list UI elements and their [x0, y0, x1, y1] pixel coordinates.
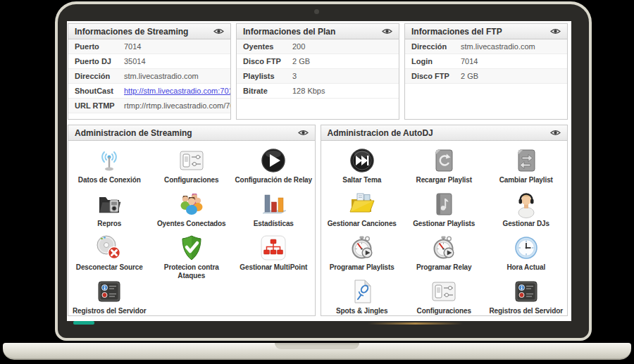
- grid-item-label: Configuraciones: [417, 307, 471, 315]
- panel-streaming-info: Informaciones de Streaming Puerto7014Pue…: [68, 23, 231, 120]
- jingle-icon: [348, 277, 376, 306]
- info-label: Dirección: [68, 69, 124, 83]
- info-panels-row: Informaciones de Streaming Puerto7014Pue…: [68, 23, 568, 120]
- info-row: Disco FTP2 GB: [237, 54, 399, 69]
- info-value: 7014: [461, 54, 478, 68]
- admin-streaming-grid: Datos de ConexiónConfiguracionesConfigur…: [68, 141, 315, 316]
- grid-item-label: Programar Relay: [416, 263, 472, 272]
- teal-accent-bar: [73, 321, 94, 325]
- desconectar-source-button[interactable]: Desconectar Source: [68, 231, 151, 275]
- configuraciones-streaming-button[interactable]: Configuraciones: [151, 144, 233, 187]
- admin-autodj-grid: Saltar TemaRecargar PlaylistCambiar Play…: [321, 141, 568, 316]
- info-label: URL RTMP: [68, 99, 124, 113]
- info-value: 128 Kbps: [292, 84, 325, 98]
- info-row: Direcciónstm.livecastradio.com: [405, 39, 567, 54]
- gestionar-djs-button[interactable]: Gestionar DJs: [485, 187, 568, 231]
- reload-playlist-icon: [430, 146, 458, 175]
- info-label: Puerto DJ: [68, 54, 124, 68]
- timer-icon: [430, 234, 458, 262]
- grid-item-label: Gestionar DJs: [502, 220, 549, 228]
- estadisticas-button[interactable]: Estadísticas: [232, 187, 315, 231]
- repros-button[interactable]: Repros: [68, 187, 151, 231]
- panel-title: Administracion de Streaming: [75, 128, 192, 138]
- saltar-tema-button[interactable]: Saltar Tema: [321, 144, 404, 187]
- info-row: Disco FTP2 GB: [405, 69, 567, 84]
- grid-item-label: Estadísticas: [254, 220, 294, 228]
- info-value: 2 GB: [461, 69, 478, 83]
- recargar-playlist-button[interactable]: Recargar Playlist: [403, 144, 485, 187]
- grid-item-label: Gestionar MultiPoint: [240, 263, 307, 272]
- disc-disconnect-icon: [95, 234, 123, 262]
- gestionar-playlists-button[interactable]: Gestionar Playlists: [403, 187, 485, 231]
- swap-playlist-icon: [512, 146, 540, 175]
- panel-title: Informaciones de Streaming: [75, 27, 188, 37]
- panel-plan-info: Informaciones del Plan Oyentes200Disco F…: [236, 23, 399, 120]
- streaming-info-table: Puerto7014Puerto DJ35014Direcciónstm.liv…: [68, 39, 230, 113]
- eye-icon[interactable]: [550, 130, 561, 136]
- server-log-icon: [95, 277, 123, 306]
- shoutcast-link[interactable]: http://stm.livecastradio.com:7014: [124, 84, 231, 98]
- eye-icon[interactable]: [382, 28, 392, 34]
- songs-folder-icon: [348, 190, 376, 218]
- panel-header: Informaciones del Plan: [237, 24, 399, 39]
- configuraciones-autodj-button[interactable]: Configuraciones: [403, 275, 485, 316]
- hora-actual-button[interactable]: Hora Actual: [485, 231, 568, 275]
- grid-item-label: Repros: [97, 220, 121, 228]
- grid-item-label: Registros del Servidor: [490, 307, 564, 315]
- timer-icon: [348, 234, 376, 262]
- eye-icon[interactable]: [298, 130, 309, 136]
- playlist-book-icon: [430, 190, 458, 218]
- info-row: Bitrate128 Kbps: [237, 84, 399, 99]
- base-notch: [275, 343, 359, 349]
- panel-title: Informaciones del Plan: [243, 27, 335, 37]
- programar-playlists-button[interactable]: Programar Playlists: [321, 231, 404, 275]
- gestionar-canciones-button[interactable]: Gestionar Canciones: [321, 187, 404, 231]
- info-value: 200: [292, 39, 305, 54]
- programar-relay-button[interactable]: Programar Relay: [403, 231, 485, 275]
- panel-header: Administracion de AutoDJ: [321, 125, 568, 141]
- listeners-icon: [178, 190, 206, 218]
- gestionar-multipoint-button[interactable]: Gestionar MultiPoint: [232, 231, 315, 275]
- datos-de-conexion-button[interactable]: Datos de Conexión: [68, 144, 151, 187]
- media-folder-icon: [95, 190, 123, 218]
- info-row: Oyentes200: [237, 39, 399, 54]
- info-value: 7014: [124, 39, 141, 54]
- proteccion-contra-ataques-button[interactable]: Protecion contra Ataques: [151, 231, 233, 275]
- info-row: ShoutCasthttp://stm.livecastradio.com:70…: [68, 84, 230, 99]
- webcam-dot: [314, 9, 319, 14]
- panel-header: Informaciones de Streaming: [68, 24, 230, 39]
- configuracion-de-relay-button[interactable]: Configuración de Relay: [232, 144, 315, 187]
- registros-del-servidor-autodj-button[interactable]: Registros del Servidor: [485, 275, 568, 316]
- grid-item-label: Saltar Tema: [342, 176, 381, 184]
- oyentes-conectados-button[interactable]: Oyentes Conectados: [151, 187, 233, 231]
- sliders-icon: [178, 146, 206, 175]
- network-icon: [259, 234, 287, 262]
- eye-icon[interactable]: [550, 28, 561, 34]
- registros-del-servidor-streaming-button[interactable]: Registros del Servidor: [68, 275, 151, 316]
- info-value: 3: [292, 69, 297, 83]
- grid-item-label: Registros del Servidor: [73, 307, 147, 315]
- cambiar-playlist-button[interactable]: Cambiar Playlist: [485, 144, 568, 187]
- bar-chart-icon: [259, 190, 287, 218]
- panel-title: Administracion de AutoDJ: [328, 128, 433, 138]
- spots-jingles-button[interactable]: Spots & Jingles: [321, 275, 404, 316]
- panel-admin-autodj: Administracion de AutoDJ Saltar TemaReca…: [321, 125, 568, 316]
- info-label: ShoutCast: [68, 84, 124, 98]
- page: Informaciones de Streaming Puerto7014Pue…: [0, 0, 634, 364]
- shield-icon: [178, 234, 206, 262]
- server-log-icon: [512, 277, 540, 306]
- info-label: Bitrate: [237, 84, 292, 98]
- panel-ftp-info: Informaciones del FTP Direcciónstm.livec…: [404, 23, 568, 120]
- info-label: Puerto: [68, 39, 124, 54]
- grid-item-label: Hora Actual: [506, 263, 545, 272]
- grid-item-label: Spots & Jingles: [336, 307, 388, 315]
- grid-item-label: Datos de Conexión: [78, 176, 141, 184]
- eye-icon[interactable]: [213, 28, 224, 34]
- admin-panels-row: Administracion de Streaming Datos de Con…: [68, 125, 568, 316]
- sliders-icon: [430, 277, 458, 306]
- info-label: Oyentes: [237, 39, 292, 54]
- info-label: Login: [405, 54, 461, 68]
- plan-info-table: Oyentes200Disco FTP2 GBPlaylists3Bitrate…: [237, 39, 399, 99]
- grid-item-label: Desconectar Source: [76, 263, 143, 272]
- info-row: Puerto7014: [68, 39, 230, 54]
